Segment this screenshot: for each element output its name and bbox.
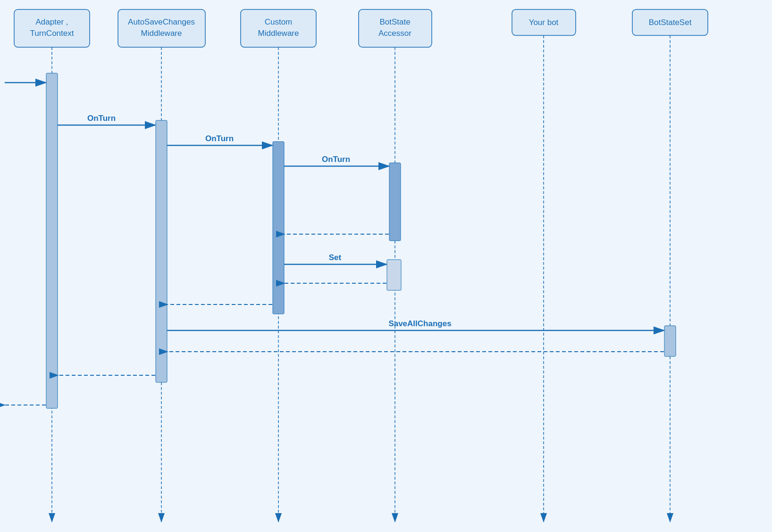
svg-text:Custom: Custom — [265, 17, 293, 26]
svg-text:Middleware: Middleware — [258, 29, 299, 38]
svg-rect-27 — [156, 120, 167, 382]
svg-rect-4 — [14, 9, 90, 47]
svg-rect-29 — [389, 163, 401, 241]
svg-text:AutoSaveChanges: AutoSaveChanges — [128, 17, 195, 26]
svg-text:Adapter ,: Adapter , — [36, 17, 68, 26]
svg-text:TurnContext: TurnContext — [30, 29, 74, 38]
svg-text:OnTurn: OnTurn — [87, 114, 116, 123]
svg-rect-26 — [46, 73, 58, 408]
sequence-diagram: Adapter , TurnContext AutoSaveChanges Mi… — [0, 0, 772, 532]
svg-rect-13 — [359, 9, 432, 47]
svg-text:Set: Set — [329, 253, 342, 262]
svg-rect-10 — [241, 9, 316, 47]
svg-text:SaveAllChanges: SaveAllChanges — [388, 319, 451, 328]
svg-rect-28 — [273, 142, 284, 314]
svg-rect-30 — [387, 260, 401, 290]
svg-text:Your bot: Your bot — [529, 18, 559, 27]
svg-rect-3 — [0, 0, 772, 532]
svg-text:OnTurn: OnTurn — [205, 134, 234, 143]
svg-rect-31 — [664, 326, 676, 356]
svg-text:Accessor: Accessor — [378, 29, 411, 38]
svg-text:BotStateSet: BotStateSet — [649, 18, 692, 27]
svg-text:BotState: BotState — [379, 17, 410, 26]
svg-text:Middleware: Middleware — [141, 29, 182, 38]
svg-text:OnTurn: OnTurn — [322, 155, 350, 164]
diagram-container: Adapter , TurnContext AutoSaveChanges Mi… — [0, 0, 772, 532]
svg-rect-7 — [118, 9, 205, 47]
